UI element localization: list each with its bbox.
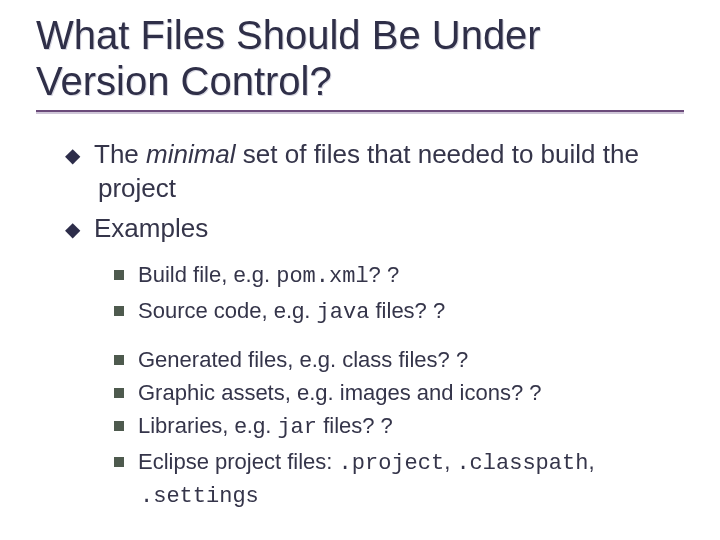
bullet-text-pre: The xyxy=(94,139,146,169)
sub-text-post: files? ? xyxy=(369,298,445,323)
sub-text-code: pom.xml xyxy=(276,264,368,289)
title-underline xyxy=(36,110,684,112)
sub-bullet-libraries: Libraries, e.g. jar files? ? xyxy=(114,410,684,443)
sub-bullet-eclipse-files: Eclipse project files: .project, .classp… xyxy=(114,446,684,512)
sub-text-code: java xyxy=(317,300,370,325)
sub-text-code: jar xyxy=(277,415,317,440)
sub-bullet-list: Build file, e.g. pom.xml? ? Source code,… xyxy=(64,259,684,512)
square-bullet-icon xyxy=(114,421,124,431)
sub-text-sep: , xyxy=(444,449,456,474)
diamond-bullet-icon: ◆ xyxy=(64,142,80,168)
sub-bullet-source-code: Source code, e.g. java files? ? xyxy=(114,295,684,328)
bullet-text: Examples xyxy=(94,213,208,243)
diamond-bullet-icon: ◆ xyxy=(64,216,80,242)
sub-text-post: files? ? xyxy=(317,413,393,438)
sub-text-pre: Eclipse project files: xyxy=(138,449,339,474)
sub-text-pre: Libraries, e.g. xyxy=(138,413,277,438)
sub-text: Graphic assets, e.g. images and icons? ? xyxy=(138,380,542,405)
bullet-text-emph: minimal xyxy=(146,139,236,169)
slide-body: ◆The minimal set of files that needed to… xyxy=(36,138,684,512)
square-bullet-icon xyxy=(114,388,124,398)
sub-bullet-generated-files: Generated files, e.g. class files? ? xyxy=(114,344,684,375)
sub-text-pre: Build file, e.g. xyxy=(138,262,276,287)
square-bullet-icon xyxy=(114,270,124,280)
square-bullet-icon xyxy=(114,355,124,365)
square-bullet-icon xyxy=(114,306,124,316)
sub-text-code: .settings xyxy=(140,484,259,509)
sub-bullet-build-file: Build file, e.g. pom.xml? ? xyxy=(114,259,684,292)
bullet-examples: ◆Examples xyxy=(64,212,684,246)
square-bullet-icon xyxy=(114,457,124,467)
sub-text-code: .classpath xyxy=(456,451,588,476)
sub-text-post: ? ? xyxy=(369,262,400,287)
bullet-minimal-set: ◆The minimal set of files that needed to… xyxy=(64,138,684,206)
sub-text-pre: Source code, e.g. xyxy=(138,298,317,323)
sub-text-sep: , xyxy=(588,449,594,474)
slide: What Files Should Be Under Version Contr… xyxy=(0,0,720,540)
sub-text: Generated files, e.g. class files? ? xyxy=(138,347,468,372)
slide-title: What Files Should Be Under Version Contr… xyxy=(36,12,684,104)
sub-bullet-graphic-assets: Graphic assets, e.g. images and icons? ? xyxy=(114,377,684,408)
sub-text-code: .project xyxy=(339,451,445,476)
